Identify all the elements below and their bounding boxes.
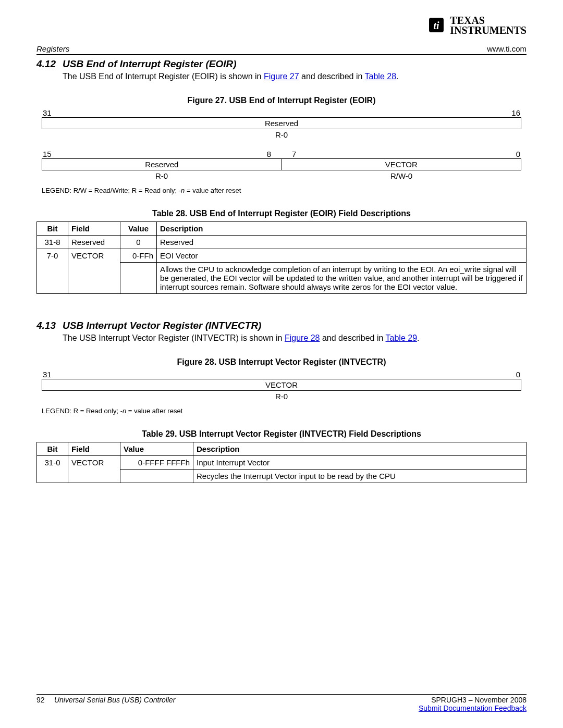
col-desc: Description [193,442,527,456]
svg-text:ti: ti [434,20,440,31]
bit-label: 0 [296,150,520,158]
figure-27-link[interactable]: Figure 27 [264,72,299,81]
header-url: www.ti.com [487,44,527,53]
table-row: Recycles the Interrupt Vector input to b… [37,470,527,483]
bit-label: 15 [43,150,267,158]
bit-label: 31 [43,108,52,117]
table-row: 7-0 VECTOR 0-FFh EOI Vector [37,249,527,263]
logo-text-2: INSTRUMENTS [450,24,527,36]
figure-27-legend: LEGEND: R/W = Read/Write; R = Read only;… [42,187,521,194]
field-reserved: Reserved [42,118,521,129]
col-desc: Description [157,222,527,236]
figure-27-title: Figure 27. USB End of Interrupt Register… [36,96,527,105]
table-29: Bit Field Value Description 31-0 VECTOR … [36,442,527,483]
rw-label: R-0 [42,392,521,401]
section-title: USB End of Interrupt Register (EOIR) [63,58,237,70]
field-vector: VECTOR [282,159,521,170]
field-reserved: Reserved [42,159,282,170]
table-29-link[interactable]: Table 29 [386,334,418,342]
doc-title: Universal Serial Bus (USB) Controller [54,696,176,704]
col-value: Value [120,442,193,456]
col-value: Value [120,222,157,236]
bit-label: 8 [267,150,282,158]
figure-28-diagram: 31 0 VECTOR R-0 [42,370,521,402]
table-28-title: Table 28. USB End of Interrupt Register … [36,209,527,218]
doc-id: SPRUGH3 – November 2008 [419,696,527,704]
figure-28-title: Figure 28. USB Interrupt Vector Register… [36,357,527,367]
ti-logo: ti TEXAS INSTRUMENTS [427,16,527,35]
rw-label: R-0 [42,171,282,180]
section-number: 4.12 [36,58,63,70]
bit-label: 7 [282,150,296,158]
figure-28-legend: LEGEND: R = Read only; -n = value after … [42,407,521,415]
bit-label: 31 [43,370,52,379]
figure-28-link[interactable]: Figure 28 [285,334,320,342]
table-28-link[interactable]: Table 28 [365,72,397,81]
feedback-link[interactable]: Submit Documentation Feedback [419,704,527,712]
header-section: Registers [36,44,69,53]
section-413-intro: The USB Interrupt Vector Register (INTVE… [63,334,527,343]
col-field: Field [68,442,120,456]
table-29-title: Table 29. USB Interrupt Vector Register … [36,429,527,439]
table-row: 31-0 VECTOR 0-FFFF FFFFh Input Interrupt… [37,456,527,470]
field-vector: VECTOR [42,379,521,390]
figure-27-diagram: 31 16 Reserved R-0 15 8 7 0 Reserved VEC… [42,108,521,181]
rw-label: R-0 [42,130,521,139]
rw-label: R/W-0 [282,171,521,180]
section-number: 4.13 [36,320,63,331]
col-bit: Bit [37,222,68,236]
table-row: Allows the CPU to acknowledge completion… [37,263,527,294]
bit-label: 0 [516,370,520,379]
section-title: USB Interrupt Vector Register (INTVECTR) [63,320,261,331]
bit-label: 16 [511,108,520,117]
col-bit: Bit [37,442,68,456]
table-28: Bit Field Value Description 31-8 Reserve… [36,221,527,294]
table-row: 31-8 Reserved 0 Reserved [37,236,527,249]
page-footer: 92 Universal Serial Bus (USB) Controller… [36,694,527,712]
col-field: Field [68,222,120,236]
page-number: 92 [36,696,52,704]
section-412-intro: The USB End of Interrupt Register (EOIR)… [63,72,527,81]
